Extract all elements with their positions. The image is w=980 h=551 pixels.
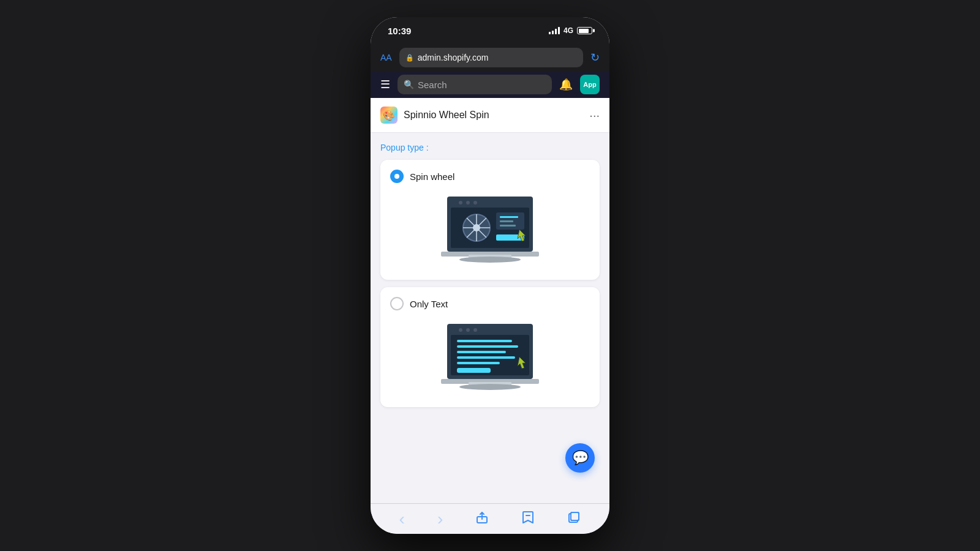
spin-wheel-radio[interactable] bbox=[390, 170, 404, 183]
app-header: 🎨 Spinnio Wheel Spin ··· bbox=[371, 98, 609, 133]
search-bar[interactable]: 🔍 Search bbox=[398, 75, 552, 94]
bottom-toolbar: ‹ › bbox=[371, 503, 609, 534]
browser-bar: AA 🔒 admin.shopify.com ↻ bbox=[371, 44, 609, 71]
app-icon: 🎨 bbox=[380, 107, 398, 124]
tabs-button[interactable] bbox=[567, 511, 581, 528]
svg-rect-12 bbox=[500, 216, 518, 218]
status-time: 10:39 bbox=[388, 26, 411, 36]
signal-bar-3 bbox=[555, 29, 557, 34]
battery-fill bbox=[579, 29, 589, 33]
status-icons: 4G bbox=[549, 26, 592, 35]
hamburger-icon[interactable]: ☰ bbox=[380, 78, 390, 91]
svg-rect-28 bbox=[457, 356, 515, 359]
app-title: Spinnio Wheel Spin bbox=[404, 110, 489, 121]
shopify-nav: ☰ 🔍 Search 🔔 App bbox=[371, 71, 609, 98]
svg-point-19 bbox=[459, 257, 521, 263]
chat-fab[interactable]: 💬 bbox=[565, 443, 595, 473]
page-content: 🎨 Spinnio Wheel Spin ··· Popup type : Sp… bbox=[371, 98, 609, 503]
spin-wheel-option-header: Spin wheel bbox=[390, 170, 590, 183]
svg-rect-14 bbox=[500, 225, 516, 227]
only-text-svg bbox=[435, 318, 545, 397]
svg-point-1 bbox=[459, 201, 462, 204]
main-area: Popup type : Spin wheel bbox=[371, 133, 609, 424]
svg-rect-27 bbox=[457, 351, 506, 353]
more-options-icon[interactable]: ··· bbox=[589, 108, 600, 122]
svg-rect-29 bbox=[457, 362, 500, 364]
back-button[interactable]: ‹ bbox=[399, 509, 405, 529]
bookmarks-button[interactable] bbox=[521, 511, 535, 528]
svg-rect-39 bbox=[571, 512, 579, 520]
network-label: 4G bbox=[564, 26, 573, 35]
share-button[interactable] bbox=[475, 511, 489, 528]
refresh-icon[interactable]: ↻ bbox=[590, 51, 600, 64]
only-text-radio[interactable] bbox=[390, 297, 404, 310]
phone-frame: 10:39 4G AA 🔒 admin.shopify.com ↻ ☰ 🔍 bbox=[371, 17, 609, 534]
spin-wheel-card[interactable]: Spin wheel bbox=[380, 160, 600, 280]
svg-rect-13 bbox=[500, 220, 513, 222]
signal-bar-1 bbox=[549, 32, 551, 34]
svg-point-23 bbox=[473, 328, 477, 332]
spin-wheel-illustration bbox=[390, 190, 590, 270]
app-header-left: 🎨 Spinnio Wheel Spin bbox=[380, 107, 489, 124]
svg-point-2 bbox=[466, 201, 470, 204]
url-bar[interactable]: 🔒 admin.shopify.com bbox=[399, 48, 583, 67]
status-bar: 10:39 4G bbox=[371, 17, 609, 44]
svg-point-10 bbox=[473, 224, 480, 231]
svg-point-22 bbox=[466, 328, 470, 332]
aa-button[interactable]: AA bbox=[380, 53, 392, 62]
svg-rect-25 bbox=[457, 340, 512, 342]
battery-icon bbox=[577, 27, 592, 34]
app-badge[interactable]: App bbox=[580, 75, 600, 94]
search-placeholder: Search bbox=[418, 80, 447, 90]
lock-icon: 🔒 bbox=[405, 54, 414, 62]
search-icon: 🔍 bbox=[404, 80, 414, 89]
svg-point-21 bbox=[459, 328, 462, 332]
only-text-card[interactable]: Only Text bbox=[380, 287, 600, 407]
bell-icon[interactable]: 🔔 bbox=[559, 78, 573, 91]
svg-rect-26 bbox=[457, 345, 518, 348]
only-text-illustration bbox=[390, 318, 590, 397]
url-text: admin.shopify.com bbox=[418, 53, 489, 62]
signal-bar-2 bbox=[552, 31, 554, 34]
svg-point-3 bbox=[473, 201, 477, 204]
svg-rect-30 bbox=[457, 368, 491, 373]
spin-wheel-label: Spin wheel bbox=[410, 171, 454, 182]
only-text-option-header: Only Text bbox=[390, 297, 590, 310]
popup-type-label: Popup type : bbox=[380, 143, 600, 152]
only-text-label: Only Text bbox=[410, 299, 448, 309]
forward-button[interactable]: › bbox=[437, 509, 443, 529]
spin-wheel-svg bbox=[435, 190, 545, 270]
svg-point-34 bbox=[459, 384, 521, 390]
signal-bars-icon bbox=[549, 27, 560, 34]
signal-bar-4 bbox=[558, 27, 560, 34]
